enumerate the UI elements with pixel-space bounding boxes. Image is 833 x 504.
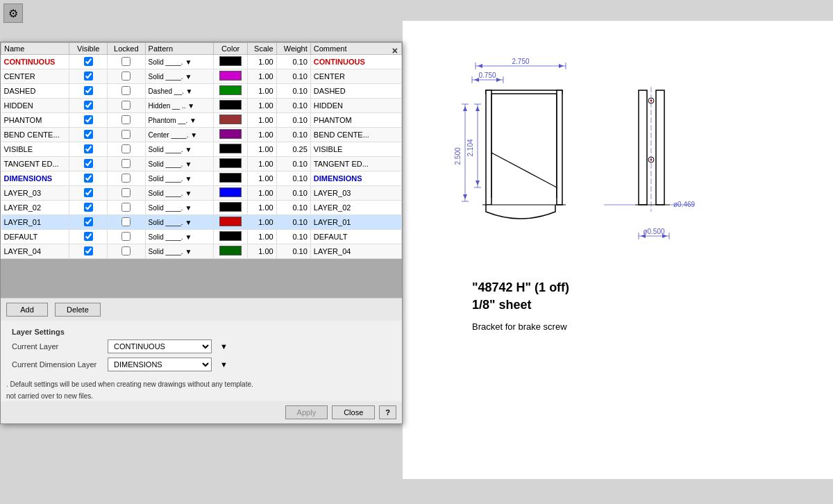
cell-locked[interactable] <box>107 244 145 259</box>
pattern-dropdown-arrow[interactable]: ▼ <box>185 248 192 255</box>
visible-checkbox[interactable] <box>84 144 93 153</box>
color-swatch[interactable] <box>219 144 242 153</box>
cell-visible[interactable] <box>69 84 108 99</box>
cell-visible[interactable] <box>69 128 108 142</box>
cell-visible[interactable] <box>69 186 108 201</box>
cell-color[interactable] <box>213 157 247 171</box>
table-row[interactable]: LAYER_02Solid ____. ▼1.000.10LAYER_02 <box>1 201 402 215</box>
locked-checkbox[interactable] <box>121 130 131 139</box>
pattern-dropdown-arrow[interactable]: ▼ <box>185 190 192 197</box>
delete-layer-button[interactable]: Delete <box>55 303 101 317</box>
locked-checkbox[interactable] <box>121 159 131 168</box>
cell-locked[interactable] <box>107 230 145 244</box>
cell-color[interactable] <box>213 230 247 244</box>
cell-locked[interactable] <box>107 142 145 157</box>
pattern-dropdown-arrow[interactable]: ▼ <box>190 117 196 124</box>
locked-checkbox[interactable] <box>121 232 131 241</box>
cell-color[interactable] <box>213 99 247 113</box>
table-row[interactable]: LAYER_03Solid ____. ▼1.000.10LAYER_03 <box>1 186 402 201</box>
gear-icon[interactable]: ⚙ <box>3 3 23 23</box>
table-row[interactable]: VISIBLESolid ____. ▼1.000.25VISIBLE <box>1 142 402 157</box>
cell-visible[interactable] <box>69 157 108 171</box>
cell-visible[interactable] <box>69 171 108 186</box>
cell-visible[interactable] <box>69 99 108 113</box>
pattern-dropdown-arrow[interactable]: ▼ <box>186 87 193 95</box>
pattern-dropdown-arrow[interactable]: ▼ <box>185 73 192 81</box>
cell-locked[interactable] <box>107 215 145 230</box>
locked-checkbox[interactable] <box>121 144 131 153</box>
table-row[interactable]: PHANTOMPhantom __. ▼1.000.10PHANTOM <box>1 113 402 128</box>
cell-color[interactable] <box>213 142 247 157</box>
locked-checkbox[interactable] <box>121 188 131 197</box>
color-swatch[interactable] <box>219 56 242 66</box>
cell-color[interactable] <box>213 55 247 69</box>
visible-checkbox[interactable] <box>84 115 93 124</box>
cell-locked[interactable] <box>107 55 145 69</box>
locked-checkbox[interactable] <box>121 203 131 212</box>
table-row[interactable]: HIDDENHidden __ .. ▼1.000.10HIDDEN <box>1 99 402 113</box>
cell-color[interactable] <box>213 186 247 201</box>
cell-locked[interactable] <box>107 128 145 142</box>
pattern-dropdown-arrow[interactable]: ▼ <box>187 102 194 110</box>
pattern-dropdown-arrow[interactable]: ▼ <box>185 204 192 212</box>
locked-checkbox[interactable] <box>121 115 131 124</box>
color-swatch[interactable] <box>219 217 242 226</box>
cell-locked[interactable] <box>107 201 145 215</box>
visible-checkbox[interactable] <box>84 174 93 183</box>
cell-visible[interactable] <box>69 201 108 215</box>
visible-checkbox[interactable] <box>84 217 93 226</box>
cell-color[interactable] <box>213 201 247 215</box>
layer-table-container[interactable]: Name Visible Locked Pattern Color Scale … <box>1 42 402 260</box>
table-row[interactable]: LAYER_04Solid ____. ▼1.000.10LAYER_04 <box>1 244 402 259</box>
visible-checkbox[interactable] <box>84 86 93 95</box>
locked-checkbox[interactable] <box>121 101 131 110</box>
add-layer-button[interactable]: Add <box>6 303 48 317</box>
table-row[interactable]: BEND CENTE...Center ____. ▼1.000.10BEND … <box>1 128 402 142</box>
cell-locked[interactable] <box>107 69 145 84</box>
visible-checkbox[interactable] <box>84 188 93 197</box>
table-row[interactable]: DASHEDDashed __. ▼1.000.10DASHED <box>1 84 402 99</box>
visible-checkbox[interactable] <box>84 130 93 139</box>
locked-checkbox[interactable] <box>121 86 131 95</box>
locked-checkbox[interactable] <box>121 246 131 255</box>
visible-checkbox[interactable] <box>84 101 93 110</box>
color-swatch[interactable] <box>219 158 242 168</box>
color-swatch[interactable] <box>219 100 242 110</box>
color-swatch[interactable] <box>219 85 242 95</box>
cell-color[interactable] <box>213 244 247 259</box>
dialog-close-button[interactable]: × <box>392 45 398 56</box>
cell-color[interactable] <box>213 171 247 186</box>
pattern-dropdown-arrow[interactable]: ▼ <box>185 219 192 226</box>
table-row[interactable]: TANGENT ED...Solid ____. ▼1.000.10TANGEN… <box>1 157 402 171</box>
cell-locked[interactable] <box>107 113 145 128</box>
locked-checkbox[interactable] <box>121 174 131 183</box>
locked-checkbox[interactable] <box>121 72 131 81</box>
color-swatch[interactable] <box>219 246 242 255</box>
color-swatch[interactable] <box>219 202 242 212</box>
cell-visible[interactable] <box>69 113 108 128</box>
cell-color[interactable] <box>213 113 247 128</box>
current-dim-layer-select[interactable]: DIMENSIONS <box>108 358 212 371</box>
table-row[interactable]: LAYER_01Solid ____. ▼1.000.10LAYER_01 <box>1 215 402 230</box>
cell-color[interactable] <box>213 69 247 84</box>
visible-checkbox[interactable] <box>84 246 93 255</box>
cell-locked[interactable] <box>107 84 145 99</box>
table-row[interactable]: CENTERSolid ____. ▼1.000.10CENTER <box>1 69 402 84</box>
cell-visible[interactable] <box>69 142 108 157</box>
pattern-dropdown-arrow[interactable]: ▼ <box>185 175 192 183</box>
cell-color[interactable] <box>213 128 247 142</box>
visible-checkbox[interactable] <box>84 72 93 81</box>
cell-locked[interactable] <box>107 157 145 171</box>
pattern-dropdown-arrow[interactable]: ▼ <box>185 58 192 66</box>
table-row[interactable]: DEFAULTSolid ____. ▼1.000.10DEFAULT <box>1 230 402 244</box>
color-swatch[interactable] <box>219 115 242 124</box>
visible-checkbox[interactable] <box>84 159 93 168</box>
color-swatch[interactable] <box>219 187 242 197</box>
cell-locked[interactable] <box>107 99 145 113</box>
cell-visible[interactable] <box>69 69 108 84</box>
color-swatch[interactable] <box>219 231 242 241</box>
cell-locked[interactable] <box>107 186 145 201</box>
pattern-dropdown-arrow[interactable]: ▼ <box>185 160 192 168</box>
table-row[interactable]: DIMENSIONSSolid ____. ▼1.000.10DIMENSION… <box>1 171 402 186</box>
cell-color[interactable] <box>213 84 247 99</box>
